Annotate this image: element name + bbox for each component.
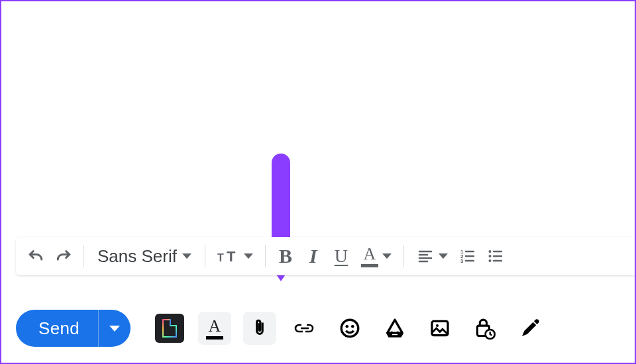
- chevron-down-icon: [182, 253, 191, 259]
- separator: [205, 245, 205, 267]
- emoji-icon: [339, 317, 361, 340]
- attach-file-button[interactable]: [243, 312, 276, 345]
- insert-emoji-button[interactable]: [333, 312, 366, 345]
- font-size-icon: T T: [217, 248, 240, 264]
- svg-text:T: T: [217, 252, 224, 263]
- insert-drive-button[interactable]: [378, 312, 411, 345]
- svg-point-9: [345, 325, 348, 328]
- chevron-down-icon: [244, 253, 253, 259]
- chevron-down-icon: [109, 326, 120, 332]
- svg-text:3: 3: [460, 258, 464, 264]
- bold-button[interactable]: B: [272, 243, 299, 269]
- send-label: Send: [38, 318, 80, 339]
- align-button[interactable]: [411, 243, 453, 269]
- svg-point-8: [341, 320, 358, 337]
- svg-point-12: [436, 324, 439, 327]
- formatting-toolbar: Sans Serif T T B I U A 1 2: [16, 237, 635, 275]
- bulleted-list-button[interactable]: [482, 243, 509, 269]
- svg-point-10: [351, 325, 354, 328]
- svg-point-6: [488, 255, 491, 257]
- align-left-icon: [416, 248, 435, 264]
- text-color-icon: A: [206, 318, 223, 340]
- insert-link-button[interactable]: [288, 312, 321, 345]
- extension-icon: [155, 314, 184, 343]
- insert-signature-button[interactable]: [513, 312, 547, 345]
- font-family-label: Sans Serif: [97, 246, 177, 267]
- bulleted-list-icon: [486, 248, 505, 264]
- italic-button[interactable]: I: [300, 243, 327, 269]
- text-color-button[interactable]: A: [198, 312, 231, 345]
- send-options-button[interactable]: [99, 310, 131, 347]
- text-color-button[interactable]: A: [356, 243, 397, 269]
- numbered-list-button[interactable]: 1 2 3: [454, 243, 481, 269]
- underline-icon: U: [335, 246, 348, 267]
- image-icon: [429, 318, 450, 339]
- bold-icon: B: [279, 245, 292, 267]
- undo-button[interactable]: [23, 243, 49, 269]
- font-family-picker[interactable]: Sans Serif: [91, 243, 198, 269]
- send-button[interactable]: Send: [16, 310, 98, 347]
- pen-icon: [519, 318, 541, 339]
- google-drive-icon: [384, 317, 406, 340]
- send-button-group: Send: [16, 310, 131, 347]
- compose-icon-row: A: [153, 312, 547, 345]
- chevron-down-icon: [439, 253, 448, 259]
- paperclip-icon: [248, 317, 271, 340]
- confidential-mode-button[interactable]: [468, 312, 502, 345]
- font-size-picker[interactable]: T T: [212, 243, 258, 269]
- redo-icon: [54, 246, 74, 266]
- compose-body-area[interactable]: [1, 1, 635, 230]
- separator: [83, 245, 84, 267]
- underline-button[interactable]: U: [328, 243, 354, 269]
- separator: [265, 245, 266, 267]
- insert-photo-button[interactable]: [423, 312, 456, 345]
- lock-clock-icon: [473, 316, 497, 340]
- svg-point-5: [488, 250, 491, 253]
- text-color-icon: A: [361, 246, 378, 267]
- separator: [403, 245, 404, 267]
- link-icon: [293, 320, 317, 336]
- extension-button[interactable]: [153, 312, 186, 345]
- compose-action-bar: Send A: [16, 307, 635, 349]
- numbered-list-icon: 1 2 3: [458, 248, 478, 264]
- italic-icon: I: [309, 245, 317, 267]
- undo-icon: [26, 246, 46, 266]
- chevron-down-icon: [382, 253, 392, 259]
- redo-button[interactable]: [50, 243, 77, 269]
- svg-text:T: T: [227, 248, 236, 264]
- svg-point-7: [488, 259, 491, 262]
